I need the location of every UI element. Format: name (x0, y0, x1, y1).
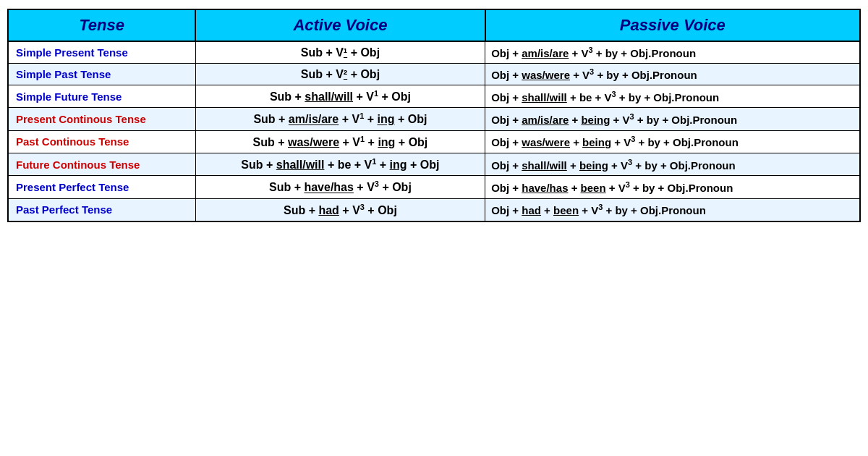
tense-cell: Present Perfect Tense (8, 176, 195, 198)
page-wrapper: Tense Active Voice Passive Voice Simple … (0, 0, 868, 456)
passive-cell: Obj + was/were + being + V3 + by + Obj.P… (485, 130, 860, 153)
tense-cell: Simple Future Tense (8, 85, 195, 108)
passive-cell: Obj + was/were + V3 + by + Obj.Pronoun (485, 64, 860, 85)
tense-cell: Future Continous Tense (8, 153, 195, 175)
active-cell: Sub + shall/will + V1 + Obj (195, 85, 485, 108)
active-cell: Sub + was/were + V1 + ing + Obj (195, 130, 485, 153)
passive-cell: Obj + shall/will + be + V3 + by + Obj.Pr… (485, 85, 860, 108)
tense-cell: Simple Present Tense (8, 41, 195, 64)
col-header-tense: Tense (8, 9, 195, 41)
tense-cell: Past Continous Tense (8, 130, 195, 153)
passive-cell: Obj + shall/will + being + V3 + by + Obj… (485, 153, 860, 175)
passive-cell: Obj + am/is/are + being + V3 + by + Obj.… (485, 108, 860, 130)
tense-cell: Past Perfect Tense (8, 198, 195, 221)
active-cell: Sub + have/has + V3 + Obj (195, 176, 485, 198)
passive-cell: Obj + am/is/are + V3 + by + Obj.Pronoun (485, 41, 860, 64)
table-wrapper: Tense Active Voice Passive Voice Simple … (7, 9, 861, 222)
active-cell: Sub + am/is/are + V1 + ing + Obj (195, 108, 485, 130)
tense-cell: Present Continous Tense (8, 108, 195, 130)
active-cell: Sub + shall/will + be + V1 + ing + Obj (195, 153, 485, 175)
passive-cell: Obj + had + been + V3 + by + Obj.Pronoun (485, 198, 860, 221)
voice-table: Tense Active Voice Passive Voice Simple … (7, 9, 861, 222)
active-cell: Sub + V¹ + Obj (195, 41, 485, 64)
active-cell: Sub + had + V3 + Obj (195, 198, 485, 221)
col-header-active: Active Voice (195, 9, 485, 41)
col-header-passive: Passive Voice (485, 9, 860, 41)
tense-cell: Simple Past Tense (8, 64, 195, 85)
passive-cell: Obj + have/has + been + V3 + by + Obj.Pr… (485, 176, 860, 198)
active-cell: Sub + V² + Obj (195, 64, 485, 85)
